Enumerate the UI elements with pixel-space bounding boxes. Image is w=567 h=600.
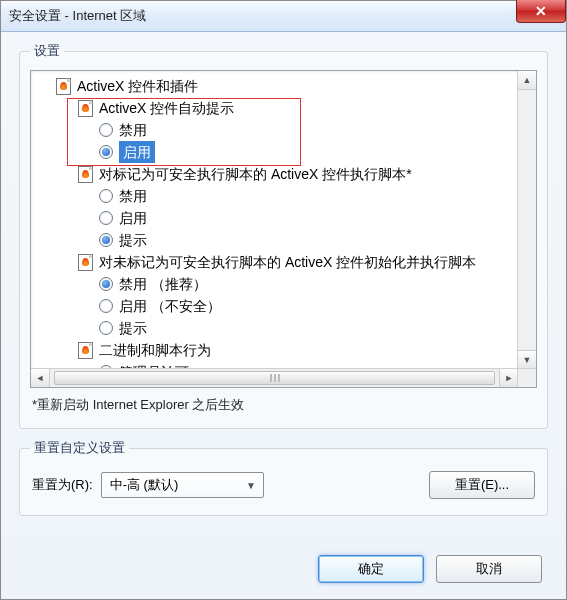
radio-label: 禁用 （推荐） [119, 273, 207, 295]
dropdown-value: 中-高 (默认) [110, 476, 179, 494]
scrollbar-corner [517, 368, 536, 387]
settings-group: 设置 ActiveX 控件和插件 [19, 42, 548, 429]
radio-unmarked-prompt[interactable]: 提示 [37, 317, 536, 339]
category-activex-root: ActiveX 控件和插件 [37, 75, 536, 97]
radio-auto-prompt-disable[interactable]: 禁用 [37, 119, 536, 141]
tree-viewport: ActiveX 控件和插件 ActiveX 控件自动提示 禁用 [31, 71, 536, 369]
radio-label: 禁用 [119, 185, 147, 207]
radio-label: 启用 [119, 207, 147, 229]
reset-group: 重置自定义设置 重置为(R): 中-高 (默认) ▼ 重置(E)... [19, 439, 548, 516]
button-label: 取消 [476, 560, 502, 578]
category-label: ActiveX 控件和插件 [77, 75, 198, 97]
chevron-down-icon: ▼ [243, 477, 259, 493]
settings-legend: 设置 [30, 42, 64, 60]
radio-icon [99, 277, 113, 291]
radio-icon [99, 321, 113, 335]
activex-icon [77, 254, 93, 270]
scroll-left-icon[interactable]: ◄ [31, 369, 50, 387]
security-settings-dialog: 安全设置 - Internet 区域 ✕ 设置 ActiveX 控件和插件 [0, 0, 567, 600]
category-label: 对标记为可安全执行脚本的 ActiveX 控件执行脚本* [99, 163, 412, 185]
radio-icon [99, 123, 113, 137]
button-label: 重置(E)... [455, 476, 509, 494]
radio-icon [99, 299, 113, 313]
dialog-button-row: 确定 取消 [19, 549, 548, 587]
radio-unmarked-disable[interactable]: 禁用 （推荐） [37, 273, 536, 295]
reset-legend: 重置自定义设置 [30, 439, 129, 457]
radio-label: 禁用 [119, 119, 147, 141]
radio-marked-enable[interactable]: 启用 [37, 207, 536, 229]
settings-tree[interactable]: ActiveX 控件和插件 ActiveX 控件自动提示 禁用 [30, 70, 537, 388]
radio-label: 启用 [119, 141, 155, 163]
radio-icon [99, 211, 113, 225]
cancel-button[interactable]: 取消 [436, 555, 542, 583]
category-label: 对未标记为可安全执行脚本的 ActiveX 控件初始化并执行脚本 [99, 251, 476, 273]
reset-level-dropdown[interactable]: 中-高 (默认) ▼ [101, 472, 264, 498]
scrollbar-track[interactable] [50, 369, 499, 387]
activex-icon [77, 342, 93, 358]
category-auto-prompt: ActiveX 控件自动提示 [37, 97, 536, 119]
horizontal-scrollbar[interactable]: ◄ ► [31, 368, 518, 387]
radio-icon [99, 189, 113, 203]
radio-unmarked-enable[interactable]: 启用 （不安全） [37, 295, 536, 317]
window-title: 安全设置 - Internet 区域 [9, 7, 146, 25]
close-button[interactable]: ✕ [516, 0, 566, 23]
radio-auto-prompt-enable[interactable]: 启用 [37, 141, 536, 163]
restart-note: *重新启动 Internet Explorer 之后生效 [32, 396, 535, 414]
vertical-scrollbar[interactable]: ▲ ▼ [517, 71, 536, 369]
radio-icon [99, 233, 113, 247]
scroll-down-icon[interactable]: ▼ [518, 350, 536, 369]
radio-label: 提示 [119, 229, 147, 251]
category-label: 二进制和脚本行为 [99, 339, 211, 361]
radio-marked-disable[interactable]: 禁用 [37, 185, 536, 207]
reset-button[interactable]: 重置(E)... [429, 471, 535, 499]
radio-icon [99, 145, 113, 159]
reset-label: 重置为(R): [32, 476, 93, 494]
close-icon: ✕ [535, 3, 547, 19]
category-marked-safe: 对标记为可安全执行脚本的 ActiveX 控件执行脚本* [37, 163, 536, 185]
titlebar: 安全设置 - Internet 区域 ✕ [1, 1, 566, 32]
category-unmarked: 对未标记为可安全执行脚本的 ActiveX 控件初始化并执行脚本 [37, 251, 536, 273]
activex-icon [55, 78, 71, 94]
radio-marked-prompt[interactable]: 提示 [37, 229, 536, 251]
category-binary-script: 二进制和脚本行为 [37, 339, 536, 361]
client-area: 设置 ActiveX 控件和插件 [1, 32, 566, 599]
scrollbar-thumb[interactable] [54, 371, 495, 385]
activex-icon [77, 100, 93, 116]
radio-label: 提示 [119, 317, 147, 339]
scroll-right-icon[interactable]: ► [499, 369, 518, 387]
scroll-up-icon[interactable]: ▲ [518, 71, 536, 90]
activex-icon [77, 166, 93, 182]
ok-button[interactable]: 确定 [318, 555, 424, 583]
category-label: ActiveX 控件自动提示 [99, 97, 234, 119]
button-label: 确定 [358, 560, 384, 578]
radio-label: 启用 （不安全） [119, 295, 221, 317]
